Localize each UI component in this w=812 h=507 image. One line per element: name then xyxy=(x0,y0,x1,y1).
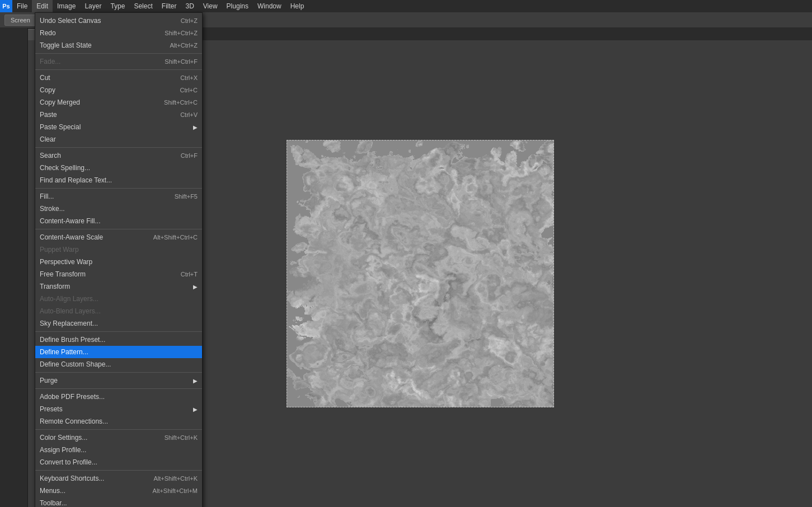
menu-select[interactable]: Select xyxy=(129,0,157,12)
edit-menu-label-8-2: Remote Connections... xyxy=(40,417,198,425)
edit-menu-item-5-0[interactable]: Content-Aware ScaleAlt+Shift+Ctrl+C xyxy=(35,231,202,243)
ps-logo: Ps xyxy=(0,0,12,12)
edit-menu-item-5-7[interactable]: Sky Replacement... xyxy=(35,317,202,330)
edit-menu-item-4-0[interactable]: Fill...Shift+F5 xyxy=(35,190,202,203)
edit-menu-item-9-2[interactable]: Convert to Profile... xyxy=(35,456,202,468)
edit-menu-label-4-1: Stroke... xyxy=(40,205,198,213)
menu-edit[interactable]: Edit xyxy=(32,0,53,12)
edit-menu-item-0-2[interactable]: Toggle Last StateAlt+Ctrl+Z xyxy=(35,39,202,51)
edit-menu-arrow-2-4: ▶ xyxy=(193,124,198,130)
sidebar xyxy=(0,28,28,507)
menu-type[interactable]: Type xyxy=(106,0,129,12)
edit-menu-item-4-1[interactable]: Stroke... xyxy=(35,203,202,215)
menu-separator-6 xyxy=(35,372,202,373)
menu-separator-7 xyxy=(35,388,202,389)
edit-menu-shortcut-10-1: Alt+Shift+Ctrl+M xyxy=(153,487,198,494)
menu-file[interactable]: File xyxy=(12,0,32,12)
edit-menu-label-5-6: Auto-Blend Layers... xyxy=(40,307,198,315)
edit-menu-item-6-0[interactable]: Define Brush Preset... xyxy=(35,334,202,346)
edit-menu-label-2-4: Paste Special xyxy=(40,123,189,131)
edit-menu-label-0-1: Redo xyxy=(40,29,156,37)
menu-3d[interactable]: 3D xyxy=(181,0,198,12)
edit-menu-shortcut-0-0: Ctrl+Z xyxy=(181,17,198,24)
edit-dropdown-menu: Undo Select CanvasCtrl+ZRedoShift+Ctrl+Z… xyxy=(35,12,203,507)
edit-menu-item-0-1[interactable]: RedoShift+Ctrl+Z xyxy=(35,27,202,39)
edit-menu-item-9-0[interactable]: Color Settings...Shift+Ctrl+K xyxy=(35,431,202,444)
menu-separator-5 xyxy=(35,331,202,332)
edit-menu-label-3-1: Check Spelling... xyxy=(40,164,198,172)
menu-plugins[interactable]: Plugins xyxy=(222,0,253,12)
edit-menu-item-0-0[interactable]: Undo Select CanvasCtrl+Z xyxy=(35,15,202,27)
edit-menu-item-10-1[interactable]: Menus...Alt+Shift+Ctrl+M xyxy=(35,485,202,497)
edit-menu-item-2-2[interactable]: Copy MergedShift+Ctrl+C xyxy=(35,96,202,109)
edit-menu-label-6-2: Define Custom Shape... xyxy=(40,360,198,368)
edit-menu-item-6-1[interactable]: Define Pattern... xyxy=(35,346,202,358)
edit-menu-label-1-0: Fade... xyxy=(40,58,156,65)
edit-menu-label-0-2: Toggle Last State xyxy=(40,41,161,49)
menu-separator-8 xyxy=(35,429,202,430)
edit-menu-item-7-0[interactable]: Purge▶ xyxy=(35,374,202,387)
edit-menu-item-8-1[interactable]: Presets▶ xyxy=(35,403,202,415)
menu-bar: Ps FileEditImageLayerTypeSelectFilter3DV… xyxy=(0,0,812,12)
menu-filter[interactable]: Filter xyxy=(157,0,181,12)
edit-menu-label-5-1: Puppet Warp xyxy=(40,246,198,254)
edit-menu-shortcut-5-0: Alt+Shift+Ctrl+C xyxy=(153,234,198,241)
edit-menu-item-5-6: Auto-Blend Layers... xyxy=(35,305,202,317)
menubar-items: FileEditImageLayerTypeSelectFilter3DView… xyxy=(12,0,308,12)
edit-menu-item-3-0[interactable]: SearchCtrl+F xyxy=(35,149,202,162)
edit-menu-item-2-5[interactable]: Clear xyxy=(35,133,202,145)
edit-menu-item-2-0[interactable]: CutCtrl+X xyxy=(35,72,202,84)
edit-menu-shortcut-3-0: Ctrl+F xyxy=(181,152,198,159)
menu-image[interactable]: Image xyxy=(53,0,80,12)
edit-menu-item-10-2[interactable]: Toolbar... xyxy=(35,497,202,507)
edit-menu-item-5-4[interactable]: Transform▶ xyxy=(35,280,202,293)
edit-menu-item-4-2[interactable]: Content-Aware Fill... xyxy=(35,215,202,227)
edit-menu-item-3-2[interactable]: Find and Replace Text... xyxy=(35,174,202,186)
edit-menu-label-2-5: Clear xyxy=(40,135,198,143)
edit-menu-label-2-2: Copy Merged xyxy=(40,98,155,106)
edit-menu-item-3-1[interactable]: Check Spelling... xyxy=(35,162,202,174)
edit-menu-shortcut-2-2: Shift+Ctrl+C xyxy=(164,99,198,106)
edit-menu-item-5-2[interactable]: Perspective Warp xyxy=(35,256,202,268)
menu-window[interactable]: Window xyxy=(253,0,286,12)
edit-menu-label-5-2: Perspective Warp xyxy=(40,258,198,266)
edit-menu-label-6-1: Define Pattern... xyxy=(40,348,198,356)
edit-menu-label-9-0: Color Settings... xyxy=(40,434,156,442)
edit-menu-shortcut-0-2: Alt+Ctrl+Z xyxy=(170,42,198,49)
edit-menu-label-9-2: Convert to Profile... xyxy=(40,458,198,466)
edit-menu-label-8-1: Presets xyxy=(40,405,189,413)
menu-help[interactable]: Help xyxy=(286,0,309,12)
edit-menu-item-2-1[interactable]: CopyCtrl+C xyxy=(35,84,202,96)
edit-menu-item-5-3[interactable]: Free TransformCtrl+T xyxy=(35,268,202,280)
edit-menu-shortcut-2-3: Ctrl+V xyxy=(180,111,198,118)
edit-menu-item-2-4[interactable]: Paste Special▶ xyxy=(35,121,202,133)
menu-separator-0 xyxy=(35,53,202,54)
edit-menu-shortcut-10-0: Alt+Shift+Ctrl+K xyxy=(153,475,198,482)
edit-menu-label-8-0: Adobe PDF Presets... xyxy=(40,393,198,401)
edit-menu-item-2-3[interactable]: PasteCtrl+V xyxy=(35,109,202,121)
menu-separator-4 xyxy=(35,229,202,229)
edit-menu-shortcut-9-0: Shift+Ctrl+K xyxy=(165,434,198,441)
edit-menu-label-5-4: Transform xyxy=(40,283,189,290)
marble-canvas xyxy=(287,140,554,407)
edit-menu-label-10-1: Menus... xyxy=(40,487,144,495)
edit-menu-item-10-0[interactable]: Keyboard Shortcuts...Alt+Shift+Ctrl+K xyxy=(35,472,202,485)
edit-menu-label-2-0: Cut xyxy=(40,74,171,82)
screen-button[interactable]: Screen xyxy=(4,15,36,26)
edit-menu-arrow-7-0: ▶ xyxy=(193,378,198,384)
edit-menu-label-4-2: Content-Aware Fill... xyxy=(40,217,198,225)
menu-layer[interactable]: Layer xyxy=(80,0,106,12)
marble-texture xyxy=(287,140,553,407)
menu-separator-9 xyxy=(35,470,202,471)
edit-menu-label-3-0: Search xyxy=(40,152,172,159)
edit-menu-item-8-2[interactable]: Remote Connections... xyxy=(35,415,202,428)
edit-menu-label-5-3: Free Transform xyxy=(40,270,172,278)
menu-view[interactable]: View xyxy=(199,0,222,12)
menu-separator-3 xyxy=(35,188,202,189)
edit-menu-label-4-0: Fill... xyxy=(40,193,166,200)
edit-menu-item-8-0[interactable]: Adobe PDF Presets... xyxy=(35,391,202,403)
edit-menu-shortcut-4-0: Shift+F5 xyxy=(175,193,198,200)
edit-menu-item-6-2[interactable]: Define Custom Shape... xyxy=(35,358,202,370)
edit-menu-item-9-1[interactable]: Assign Profile... xyxy=(35,444,202,456)
edit-menu-label-7-0: Purge xyxy=(40,377,189,384)
